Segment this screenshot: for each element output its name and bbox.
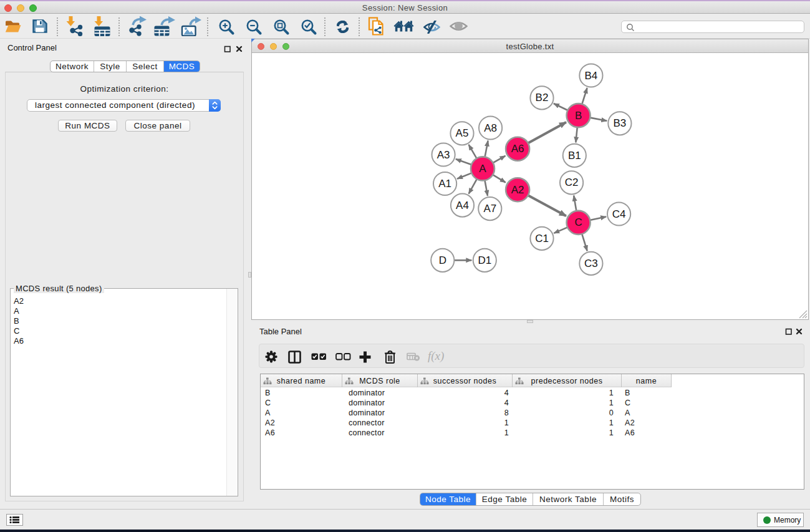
svg-text:C: C xyxy=(574,216,582,228)
svg-text:D: D xyxy=(439,254,446,266)
svg-text:A3: A3 xyxy=(437,149,450,161)
svg-text:A4: A4 xyxy=(456,200,469,211)
svg-text:C4: C4 xyxy=(612,208,626,220)
svg-text:B4: B4 xyxy=(585,70,598,82)
svg-text:B2: B2 xyxy=(536,92,549,104)
svg-text:C3: C3 xyxy=(584,258,598,269)
svg-text:B: B xyxy=(575,110,582,122)
svg-text:B3: B3 xyxy=(614,117,627,129)
svg-text:D1: D1 xyxy=(478,254,491,266)
svg-text:A7: A7 xyxy=(483,203,496,215)
svg-text:C2: C2 xyxy=(565,177,579,188)
svg-text:A2: A2 xyxy=(511,184,524,196)
svg-text:A6: A6 xyxy=(511,143,524,155)
svg-text:C1: C1 xyxy=(535,233,549,244)
svg-text:A8: A8 xyxy=(484,122,497,134)
svg-text:B1: B1 xyxy=(568,150,581,162)
svg-text:A5: A5 xyxy=(456,127,469,139)
svg-text:A1: A1 xyxy=(438,178,451,190)
svg-text:A: A xyxy=(479,163,486,175)
